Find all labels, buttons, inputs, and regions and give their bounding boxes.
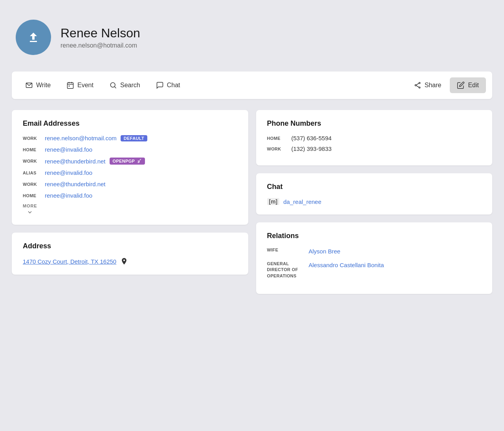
- svg-line-7: [115, 87, 116, 88]
- email-row: WORK renee.nelson@hotmail.com DEFAULT: [23, 135, 237, 141]
- key-icon: [136, 158, 142, 164]
- edit-icon: [457, 81, 465, 89]
- svg-line-12: [416, 86, 419, 87]
- default-badge: DEFAULT: [121, 135, 147, 141]
- relation-row: WIFE Alyson Bree: [267, 247, 482, 255]
- relations-card: Relations WIFE Alyson Bree GENERAL DIREC…: [256, 222, 493, 294]
- svg-rect-1: [68, 83, 73, 88]
- profile-info: Renee Nelson renee.nelson@hotmail.com: [60, 26, 140, 49]
- chevron-down-icon: [27, 209, 33, 215]
- address-row: 1470 Cozy Court, Detroit, TX 16250: [23, 257, 237, 265]
- left-column: Email Addresses WORK renee.nelson@hotmai…: [12, 110, 248, 275]
- edit-button[interactable]: Edit: [450, 77, 486, 93]
- event-button[interactable]: Event: [59, 77, 101, 93]
- email-link[interactable]: renee.nelson@hotmail.com: [45, 135, 117, 141]
- phone-row: HOME (537) 636-5594: [267, 135, 482, 141]
- right-column: Phone Numbers HOME (537) 636-5594 WORK (…: [256, 110, 493, 294]
- location-icon: [120, 257, 128, 265]
- write-icon: [25, 81, 33, 89]
- more-button[interactable]: MORE: [23, 204, 37, 215]
- email-row: ALIAS renee@invalid.foo: [23, 169, 237, 176]
- profile-email: renee.nelson@hotmail.com: [60, 42, 140, 49]
- relations-card-title: Relations: [267, 232, 482, 240]
- svg-rect-5: [69, 86, 70, 87]
- write-button[interactable]: Write: [18, 77, 58, 93]
- address-link[interactable]: 1470 Cozy Court, Detroit, TX 16250: [23, 258, 116, 265]
- email-row: HOME renee@invalid.foo: [23, 192, 237, 199]
- avatar: [16, 20, 51, 55]
- matrix-badge: [m]: [267, 198, 280, 205]
- relation-link[interactable]: Alessandro Castellani Bonita: [309, 261, 384, 269]
- chat-handle: da_real_renee: [283, 198, 321, 205]
- chat-card-title: Chat: [267, 183, 482, 191]
- openpgp-badge: OPENPGP: [110, 158, 145, 165]
- email-row: WORK renee@thunderbird.net OPENPGP: [23, 158, 237, 165]
- svg-point-6: [110, 83, 115, 87]
- relation-row: GENERAL DIRECTOR OF OPERATIONS Alessandr…: [267, 261, 482, 279]
- profile-header: Renee Nelson renee.nelson@hotmail.com: [12, 16, 492, 59]
- email-card-title: Email Addresses: [23, 119, 237, 128]
- chat-card: Chat [m] da_real_renee: [256, 173, 493, 215]
- email-link[interactable]: renee@invalid.foo: [45, 169, 92, 176]
- email-row: WORK renee@thunderbird.net: [23, 181, 237, 187]
- email-row: HOME renee@invalid.foo: [23, 146, 237, 153]
- upload-icon: [26, 30, 40, 44]
- event-icon: [66, 81, 74, 89]
- profile-name: Renee Nelson: [60, 26, 140, 40]
- main-grid: Email Addresses WORK renee.nelson@hotmai…: [12, 110, 492, 294]
- phone-row: WORK (132) 393-9833: [267, 145, 482, 152]
- email-link[interactable]: renee@invalid.foo: [45, 192, 92, 199]
- svg-point-10: [419, 87, 420, 88]
- svg-point-9: [415, 84, 416, 86]
- address-card-title: Address: [23, 242, 237, 250]
- address-card: Address 1470 Cozy Court, Detroit, TX 162…: [12, 233, 248, 275]
- chat-icon: [156, 81, 164, 89]
- chat-row: [m] da_real_renee: [267, 198, 482, 205]
- email-link[interactable]: renee@thunderbird.net: [45, 181, 106, 187]
- share-icon: [414, 81, 422, 89]
- email-link[interactable]: renee@invalid.foo: [45, 146, 92, 153]
- phone-card-title: Phone Numbers: [267, 119, 482, 128]
- search-icon: [109, 81, 117, 89]
- email-addresses-card: Email Addresses WORK renee.nelson@hotmai…: [12, 110, 248, 225]
- share-button[interactable]: Share: [407, 77, 449, 93]
- chat-button[interactable]: Chat: [149, 77, 187, 93]
- search-button[interactable]: Search: [102, 77, 147, 93]
- phone-numbers-card: Phone Numbers HOME (537) 636-5594 WORK (…: [256, 110, 493, 165]
- action-bar: Write Event Search Chat: [12, 72, 492, 99]
- email-link[interactable]: renee@thunderbird.net: [45, 158, 106, 165]
- svg-line-11: [416, 83, 419, 85]
- svg-point-8: [419, 83, 420, 84]
- relation-link[interactable]: Alyson Bree: [309, 247, 341, 255]
